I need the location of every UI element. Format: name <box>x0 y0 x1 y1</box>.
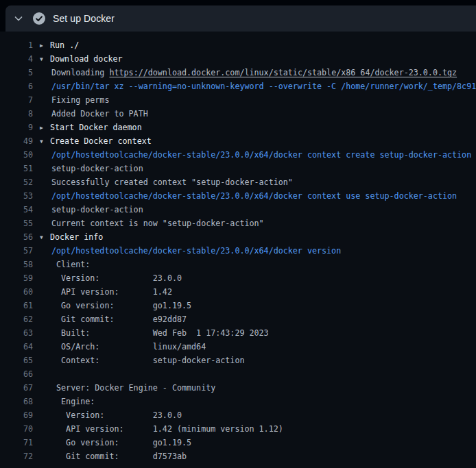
log-group-row[interactable]: 4▼Download docker <box>0 52 476 66</box>
group-title: Docker info <box>50 232 103 242</box>
log-text: Version: 23.0.0 <box>40 408 182 422</box>
line-number: 6 <box>0 79 33 93</box>
log-text: API version: 1.42 <box>40 285 172 299</box>
line-number: 59 <box>0 271 33 285</box>
step-title: Set up Docker <box>53 13 115 24</box>
line-number: 69 <box>0 408 33 422</box>
log-text: Engine: <box>40 395 95 408</box>
log-text: API version: 1.42 (minimum version 1.12) <box>40 422 283 436</box>
log-line: 63 Built: Wed Feb 1 17:43:29 2023 <box>0 326 476 340</box>
line-number: 51 <box>0 162 33 175</box>
log-text: Go version: go1.19.5 <box>40 299 191 312</box>
log-text: Server: Docker Engine - Community <box>40 381 215 395</box>
log-text: OS/Arch: linux/amd64 <box>40 340 206 354</box>
log-command: /opt/hostedtoolcache/docker-stable/23.0.… <box>40 244 341 258</box>
log-line: 62 Git commit: e92dd87 <box>0 312 476 326</box>
log-text: Git commit: d7573ab <box>40 449 187 463</box>
log-line: 5Downloading https://download.docker.com… <box>0 66 476 79</box>
line-number: 68 <box>0 395 33 408</box>
step-header[interactable]: Set up Docker <box>5 5 476 32</box>
log-text: Go version: go1.19.5 <box>40 436 191 449</box>
log-line: 60 API version: 1.42 <box>0 285 476 299</box>
line-number: 53 <box>0 189 33 203</box>
log-line: 68 Engine: <box>0 395 476 408</box>
group-title: Download docker <box>50 54 123 64</box>
log-line: 59 Version: 23.0.0 <box>0 271 476 285</box>
log-line: 66 <box>0 367 476 381</box>
log-text: Version: 23.0.0 <box>40 271 182 285</box>
log-line: 6/usr/bin/tar xz --warning=no-unknown-ke… <box>0 79 476 93</box>
log-line: 8Added Docker to PATH <box>0 107 476 121</box>
log-line: 50/opt/hostedtoolcache/docker-stable/23.… <box>0 148 476 162</box>
log-text: Client: <box>40 258 90 271</box>
chevron-down-icon[interactable] <box>13 13 24 24</box>
line-number: 70 <box>0 422 33 436</box>
line-number: 50 <box>0 148 33 162</box>
log-text: Current context is now "setup-docker-act… <box>40 217 264 230</box>
log-line: 69 Version: 23.0.0 <box>0 408 476 422</box>
log-group-row[interactable]: 1▶Run ./ <box>0 38 476 52</box>
line-number: 54 <box>0 203 33 217</box>
line-number: 66 <box>0 367 33 381</box>
log-line: 70 API version: 1.42 (minimum version 1.… <box>0 422 476 436</box>
log-text <box>40 367 51 381</box>
line-number: 9 <box>0 121 33 134</box>
log-command: /usr/bin/tar xz --warning=no-unknown-key… <box>40 79 476 93</box>
triangle-down-icon[interactable]: ▼ <box>40 135 50 149</box>
line-number: 64 <box>0 340 33 354</box>
group-title: Start Docker daemon <box>50 123 142 132</box>
log-line: 52Successfully created context "setup-do… <box>0 175 476 189</box>
line-number: 4 <box>0 52 33 66</box>
line-number: 62 <box>0 312 33 326</box>
log-line: 65 Context: setup-docker-action <box>0 354 476 367</box>
line-number: 56 <box>0 230 33 244</box>
group-title: Run ./ <box>50 40 79 50</box>
log-text: Git commit: e92dd87 <box>40 312 187 326</box>
log-line: 54setup-docker-action <box>0 203 476 217</box>
line-number: 71 <box>0 436 33 449</box>
line-number: 1 <box>0 38 33 52</box>
triangle-right-icon[interactable]: ▶ <box>40 121 50 135</box>
line-number: 7 <box>0 93 33 107</box>
log-line: 58 Client: <box>0 258 476 271</box>
log-group-row[interactable]: 49▼Create Docker context <box>0 134 476 148</box>
line-number: 55 <box>0 217 33 230</box>
log-line: 7Fixing perms <box>0 93 476 107</box>
log-line: 55Current context is now "setup-docker-a… <box>0 217 476 230</box>
log-line: 67 Server: Docker Engine - Community <box>0 381 476 395</box>
line-number: 65 <box>0 354 33 367</box>
log-text: Built: Wed Feb 1 17:43:29 2023 <box>40 326 269 340</box>
triangle-down-icon[interactable]: ▼ <box>40 53 50 66</box>
line-number: 57 <box>0 244 33 258</box>
log-line: 64 OS/Arch: linux/amd64 <box>0 340 476 354</box>
log-command: /opt/hostedtoolcache/docker-stable/23.0.… <box>40 189 457 203</box>
log-line: 71 Go version: go1.19.5 <box>0 436 476 449</box>
check-circle-icon <box>33 12 45 25</box>
triangle-down-icon[interactable]: ▼ <box>40 231 50 245</box>
log-line: 51setup-docker-action <box>0 162 476 175</box>
triangle-right-icon[interactable]: ▶ <box>40 39 50 53</box>
log-lines: 1▶Run ./4▼Download docker5Downloading ht… <box>0 32 476 468</box>
log-command: /opt/hostedtoolcache/docker-stable/23.0.… <box>40 148 471 162</box>
line-number: 61 <box>0 299 33 312</box>
log-group-row[interactable]: 56▼Docker info <box>0 230 476 244</box>
log-group-row[interactable]: 9▶Start Docker daemon <box>0 121 476 134</box>
log-line: 57/opt/hostedtoolcache/docker-stable/23.… <box>0 244 476 258</box>
line-number: 8 <box>0 107 33 121</box>
line-number: 5 <box>0 66 33 79</box>
log-text: Downloading <box>51 68 109 77</box>
log-line: 61 Go version: go1.19.5 <box>0 299 476 312</box>
line-number: 52 <box>0 175 33 189</box>
log-line: 53/opt/hostedtoolcache/docker-stable/23.… <box>0 189 476 203</box>
log-link[interactable]: https://download.docker.com/linux/static… <box>109 68 457 77</box>
line-number: 72 <box>0 449 33 463</box>
log-text: Fixing perms <box>40 93 109 107</box>
line-number: 63 <box>0 326 33 340</box>
line-number: 58 <box>0 258 33 271</box>
log-text: Context: setup-docker-action <box>40 354 244 367</box>
line-number: 49 <box>0 134 33 148</box>
group-title: Create Docker context <box>50 136 152 146</box>
line-number: 67 <box>0 381 33 395</box>
log-text: setup-docker-action <box>40 162 143 175</box>
log-text: Added Docker to PATH <box>40 107 148 121</box>
